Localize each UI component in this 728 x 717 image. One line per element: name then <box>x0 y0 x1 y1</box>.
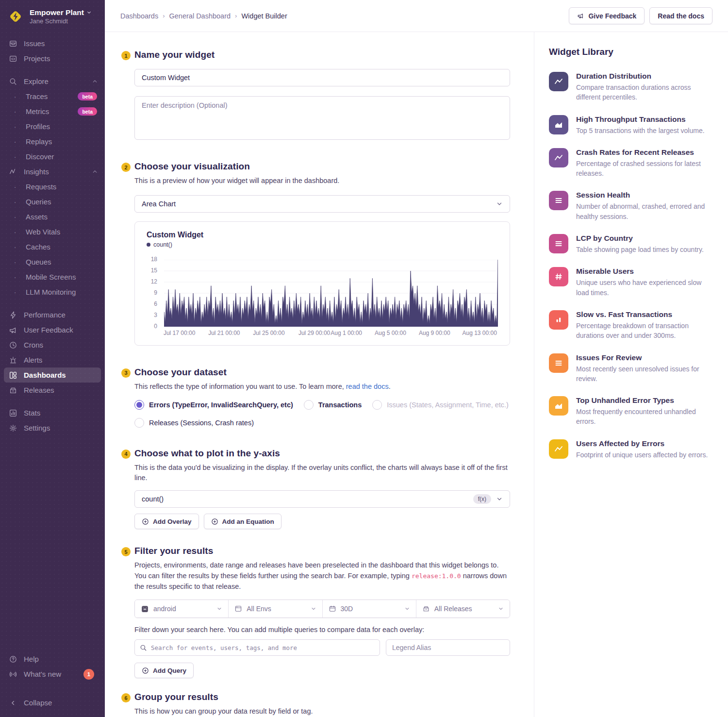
sidebar-item-caches[interactable]: ·Caches <box>0 239 105 254</box>
dataset-radio-transactions[interactable]: Transactions <box>304 400 362 410</box>
bullet-icon: · <box>11 183 19 191</box>
collapse-label: Collapse <box>24 699 52 707</box>
step-title: Choose your visualization <box>134 161 510 172</box>
sidebar-collapse[interactable]: Collapse <box>0 695 105 710</box>
sidebar-item-profiles[interactable]: ·Profiles <box>0 119 105 134</box>
library-item-high-throughput-transactions[interactable]: High Throughput TransactionsTop 5 transa… <box>549 115 713 135</box>
sidebar-item-llm-monitoring[interactable]: ·LLM Monitoring <box>0 284 105 300</box>
megaphone-icon <box>9 326 17 334</box>
step-group: 6 Group your results This is how you can… <box>121 692 510 717</box>
sidebar-item-discover[interactable]: ·Discover <box>0 149 105 164</box>
project-filter[interactable]: android <box>135 600 228 617</box>
y-tick-label: 0 <box>154 323 157 330</box>
library-item-title: High Throughput Transactions <box>576 115 705 124</box>
chevron-down-icon <box>496 496 503 502</box>
sidebar-item-queues[interactable]: ·Queues <box>0 254 105 269</box>
x-tick-label: Aug 1 00:00 <box>331 330 362 336</box>
sidebar-item-requests[interactable]: ·Requests <box>0 179 105 194</box>
release-filter[interactable]: All Releases <box>416 600 510 617</box>
breadcrumb-widget-builder: Widget Builder <box>241 12 287 20</box>
library-item-desc: Unique users who have experienced slow l… <box>576 278 713 298</box>
y-axis-function-select[interactable]: count() f(x) <box>134 490 510 508</box>
library-item-session-health[interactable]: Session HealthNumber of abnormal, crashe… <box>549 191 713 221</box>
library-item-issues-for-review[interactable]: Issues For ReviewMost recently seen unre… <box>549 353 713 384</box>
user-name: Jane Schmidt <box>30 17 92 25</box>
sidebar-item-settings[interactable]: Settings <box>0 420 105 435</box>
add-overlay-button[interactable]: Add Overlay <box>134 514 199 529</box>
widget-name-input[interactable] <box>134 69 510 86</box>
rows-chart-icon <box>549 234 568 253</box>
step-number: 2 <box>121 163 131 172</box>
library-item-title: Crash Rates for Recent Releases <box>576 148 713 157</box>
x-axis-labels: Jul 17 00:00Jul 21 00:00Jul 25 00:00Jul … <box>164 330 498 338</box>
step-name-widget: 1 Name your widget <box>121 50 510 142</box>
sidebar-item-metrics[interactable]: ·Metricsbeta <box>0 104 105 119</box>
library-item-top-unhandled-error-types[interactable]: Top Unhandled Error TypesMost frequently… <box>549 396 713 427</box>
step-number: 3 <box>121 368 131 378</box>
dashboards-icon <box>9 371 17 380</box>
read-docs-button[interactable]: Read the docs <box>649 7 712 24</box>
performance-icon <box>9 311 17 319</box>
legend-alias-input[interactable] <box>386 639 510 656</box>
dataset-radio-issues: Issues (States, Assignment, Time, etc.) <box>372 400 509 410</box>
sidebar-item-releases[interactable]: Releases <box>0 383 105 398</box>
sidebar-item-traces[interactable]: ·Tracesbeta <box>0 89 105 104</box>
sidebar-item-mobile-screens[interactable]: ·Mobile Screens <box>0 269 105 284</box>
give-feedback-button[interactable]: Give Feedback <box>569 7 645 24</box>
library-item-desc: Most recently seen unresolved issues for… <box>576 364 713 384</box>
sidebar-item-help[interactable]: Help <box>0 651 105 667</box>
library-item-miserable-users[interactable]: Miserable UsersUnique users who have exp… <box>549 267 713 298</box>
library-item-duration-distribution[interactable]: Duration DistributionCompare transaction… <box>549 72 713 102</box>
library-item-title: LCP by Country <box>576 234 704 243</box>
library-item-crash-rates-for-recent-releases[interactable]: Crash Rates for Recent ReleasesPercentag… <box>549 148 713 179</box>
add-query-button[interactable]: Add Query <box>134 663 194 678</box>
org-switcher[interactable]: Empower Plant Jane Schmidt <box>0 8 105 25</box>
read-the-docs-link[interactable]: read the docs <box>346 383 389 390</box>
library-item-desc: Compare transaction durations across dif… <box>576 83 713 102</box>
dataset-radio-errors[interactable]: Errors (TypeError, InvalidSearchQuery, e… <box>134 400 293 410</box>
library-item-slow-vs-fast-transactions[interactable]: Slow vs. Fast TransactionsPercentage bre… <box>549 310 713 341</box>
bullet-icon: · <box>11 108 19 116</box>
bars-chart-icon <box>549 310 568 330</box>
sidebar-item-insights[interactable]: Insights <box>0 164 105 179</box>
radio-icon <box>134 418 144 428</box>
sidebar-item-queries[interactable]: ·Queries <box>0 194 105 209</box>
sidebar-item-stats[interactable]: Stats <box>0 405 105 420</box>
query-search-input[interactable] <box>151 644 375 651</box>
window-icon <box>234 605 242 613</box>
filter-bar: android All Envs 30D <box>134 600 510 618</box>
breadcrumb-dashboards[interactable]: Dashboards <box>120 12 158 20</box>
library-item-title: Slow vs. Fast Transactions <box>576 310 713 319</box>
sidebar-item-user-feedback[interactable]: User Feedback <box>0 322 105 337</box>
sidebar-item-label: Performance <box>24 311 66 319</box>
library-item-desc: Percentage of crashed sessions for lates… <box>576 159 713 179</box>
sidebar-item-issues[interactable]: Issues <box>0 36 105 51</box>
sidebar-item-dashboards[interactable]: Dashboards <box>4 367 101 383</box>
sidebar-item-web-vitals[interactable]: ·Web Vitals <box>0 224 105 239</box>
sidebar-item-explore[interactable]: Explore <box>0 74 105 89</box>
sidebar-item-what-s-new[interactable]: What's new1 <box>0 667 105 682</box>
sidebar-item-crons[interactable]: Crons <box>0 337 105 352</box>
step-subtitle: This reflects the type of information yo… <box>134 382 510 392</box>
sidebar-item-projects[interactable]: Projects <box>0 51 105 66</box>
visualization-select[interactable]: Area Chart <box>134 195 510 213</box>
sidebar-item-label: Profiles <box>26 122 50 131</box>
library-item-users-affected-by-errors[interactable]: Users Affected by ErrorsFootprint of uni… <box>549 439 713 460</box>
sidebar-item-alerts[interactable]: Alerts <box>0 352 105 367</box>
fx-badge[interactable]: f(x) <box>473 494 491 504</box>
rows-chart-icon <box>549 353 568 373</box>
widget-preview-chart: Custom Widget count() 0369121518 Jul 17 … <box>134 221 510 346</box>
sidebar-item-performance[interactable]: Performance <box>0 307 105 322</box>
library-item-lcp-by-country[interactable]: LCP by CountryTable showing page load ti… <box>549 234 713 254</box>
chevron-down-icon <box>216 606 222 612</box>
add-equation-button[interactable]: Add an Equation <box>204 514 281 529</box>
dataset-radio-releases[interactable]: Releases (Sessions, Crash rates) <box>134 418 254 428</box>
sidebar-item-assets[interactable]: ·Assets <box>0 209 105 224</box>
widget-description-input[interactable] <box>134 96 510 140</box>
sidebar-footer: HelpWhat's new1 <box>0 651 105 682</box>
sidebar-item-replays[interactable]: ·Replays <box>0 134 105 149</box>
sidebar-item-label: Explore <box>24 77 49 85</box>
breadcrumb-general-dashboard[interactable]: General Dashboard <box>169 12 231 20</box>
environment-filter[interactable]: All Envs <box>228 600 322 617</box>
date-range-filter[interactable]: 30D <box>322 600 416 617</box>
